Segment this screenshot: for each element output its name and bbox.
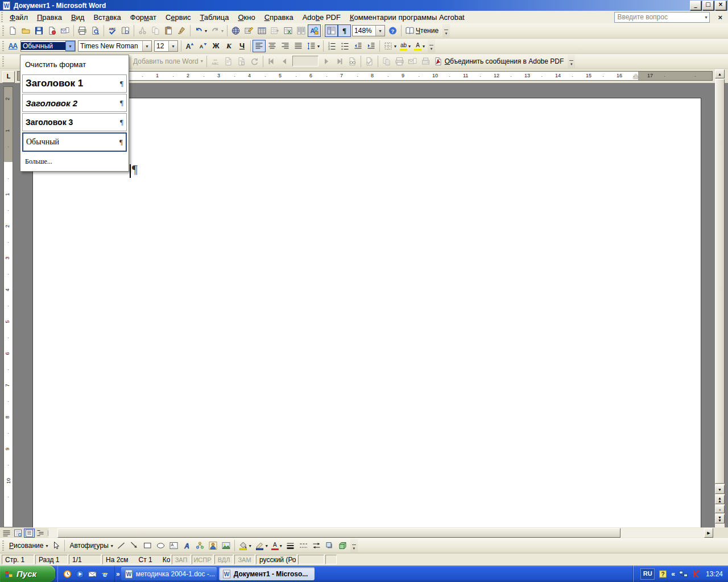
arrow-button[interactable] (128, 539, 141, 552)
font-size-combo[interactable]: 12▼ (154, 40, 178, 52)
taskbar-task-1[interactable]: W методичка 2004-1.doc -... (121, 567, 217, 580)
add-word-field-button[interactable]: Добавить поле Word▾ (130, 55, 205, 68)
menu-table[interactable]: Таблица (195, 12, 233, 23)
menu-insert[interactable]: Вставка (89, 12, 125, 23)
vertical-scrollbar-thumb[interactable] (715, 79, 725, 484)
merge-to-new-document-button[interactable] (380, 55, 393, 68)
formatting-toolbar-options[interactable]: ▾ (428, 39, 435, 53)
check-errors-button[interactable] (363, 55, 376, 68)
quick-launch-media-player-icon[interactable] (75, 569, 85, 579)
outline-view-button[interactable] (35, 529, 46, 538)
align-left-button[interactable] (253, 40, 266, 52)
record-number-field[interactable] (292, 56, 318, 66)
quick-launch-overflow-chevron[interactable]: » (116, 570, 120, 578)
picture-button[interactable] (220, 539, 233, 552)
kaspersky-tray-icon[interactable] (692, 569, 701, 579)
fill-color-button[interactable]: ▾ (237, 539, 253, 552)
scroll-up-button[interactable]: ▲ (715, 69, 725, 78)
quick-launch-clock-icon[interactable] (63, 569, 72, 579)
menubar-close-icon[interactable]: × (718, 13, 722, 22)
show-hide-marks-button[interactable]: ¶ (338, 24, 351, 37)
style-item-normal-selected[interactable]: Обычный ¶ (22, 132, 127, 152)
align-right-button[interactable] (279, 40, 292, 52)
columns-button[interactable] (295, 24, 308, 37)
menu-adobe-pdf[interactable]: Adobe PDF (298, 12, 345, 23)
menu-tools[interactable]: Сервис (161, 12, 196, 23)
insert-table-button[interactable] (255, 24, 268, 37)
chevron-down-icon[interactable]: ▾ (705, 15, 707, 20)
clear-formatting-item[interactable]: Очистить формат (20, 55, 129, 73)
taskbar-task-2-active[interactable]: W Документ1 - Microso... (219, 567, 315, 580)
vertical-ruler[interactable]: 2112345678910············ (3, 86, 13, 527)
wordart-button[interactable]: А (180, 539, 193, 552)
font-name-combo[interactable]: Times New Roman▼ (78, 40, 152, 52)
autoshapes-button[interactable]: Автофигуры▾ (67, 539, 114, 552)
align-center-button[interactable] (266, 40, 279, 52)
paste-button[interactable] (162, 24, 175, 37)
merge-to-email-button[interactable] (406, 55, 419, 68)
menu-help[interactable]: Справка (260, 12, 298, 23)
merge-to-printer-button[interactable] (393, 55, 406, 68)
insert-excel-button[interactable]: X (282, 24, 295, 37)
shadow-style-button[interactable] (323, 539, 336, 552)
drawing-toolbar-grip[interactable] (2, 541, 4, 551)
tab-selector-button[interactable]: L (2, 71, 15, 83)
threed-style-button[interactable] (336, 539, 349, 552)
select-objects-button[interactable] (49, 539, 63, 552)
save-button[interactable] (32, 24, 46, 37)
network-tray-icon[interactable] (679, 569, 688, 579)
quick-launch-ie-icon[interactable]: e (100, 569, 110, 579)
status-overtype-mode[interactable]: ЗАМ (234, 555, 255, 564)
status-record-mode[interactable]: ЗАП (172, 555, 191, 564)
email-button[interactable] (59, 24, 72, 37)
menu-file[interactable]: Файл (5, 12, 32, 23)
drawing-toolbar-options[interactable]: ▾ (350, 539, 358, 552)
status-language[interactable]: русский (Ро (256, 555, 297, 564)
font-color-button[interactable]: А▾ (412, 40, 427, 52)
copy-button[interactable] (149, 24, 162, 37)
insert-frame-button[interactable] (268, 24, 282, 37)
format-painter-button[interactable] (175, 24, 188, 37)
style-more-item[interactable]: Больше... (20, 153, 129, 169)
read-mode-button[interactable]: Чтение (403, 24, 441, 37)
restore-button[interactable]: □ (702, 1, 714, 10)
close-button[interactable]: × (715, 1, 726, 10)
menu-format[interactable]: Формат (126, 12, 161, 23)
standard-toolbar-grip[interactable] (2, 26, 4, 36)
shrink-font-button[interactable]: А (196, 40, 209, 52)
grow-font-button[interactable]: А (183, 40, 196, 52)
line-color-button[interactable]: ▾ (253, 539, 270, 552)
previous-page-button[interactable]: ▲▲ (715, 495, 725, 504)
propagate-labels-button[interactable] (248, 55, 261, 68)
spelling-button[interactable]: ABC (106, 24, 119, 37)
select-browse-object-button[interactable]: ● (715, 505, 725, 513)
web-layout-view-button[interactable] (13, 529, 23, 538)
scroll-down-button[interactable]: ▼ (715, 485, 725, 494)
menu-view[interactable]: Вид (67, 12, 89, 23)
highlight-button[interactable]: ab▾ (398, 40, 412, 52)
text-box-button[interactable]: А (167, 539, 180, 552)
undo-button[interactable]: ▾ (192, 24, 209, 37)
menu-edit[interactable]: Правка (32, 12, 67, 23)
style-combo[interactable]: Обычный▼ (20, 40, 76, 52)
permission-button[interactable] (46, 24, 59, 37)
menubar-grip[interactable] (1, 12, 3, 22)
find-recipient-button[interactable] (346, 55, 359, 68)
style-item-heading1[interactable]: Заголовок 1 ¶ (22, 74, 127, 93)
diagram-button[interactable] (193, 539, 206, 552)
style-item-heading3[interactable]: Заголовок 3 ¶ (22, 113, 127, 131)
drawing-toggle-button[interactable]: А (308, 24, 321, 37)
draw-menu-button[interactable]: Рисование▾ (6, 539, 49, 552)
view-merged-data-button[interactable]: «»ABC (209, 55, 222, 68)
last-record-button[interactable] (333, 55, 346, 68)
new-document-button[interactable] (6, 24, 19, 37)
print-layout-view-button[interactable] (24, 529, 35, 538)
tray-collapse-chevron[interactable]: « (671, 570, 675, 578)
clip-art-button[interactable] (206, 539, 220, 552)
tables-and-borders-button[interactable] (242, 24, 255, 37)
increase-indent-button[interactable] (365, 40, 378, 52)
previous-record-button[interactable] (278, 55, 291, 68)
chevron-down-icon[interactable]: ▼ (65, 41, 75, 51)
rectangle-button[interactable] (141, 539, 154, 552)
bullets-button[interactable] (338, 40, 351, 52)
